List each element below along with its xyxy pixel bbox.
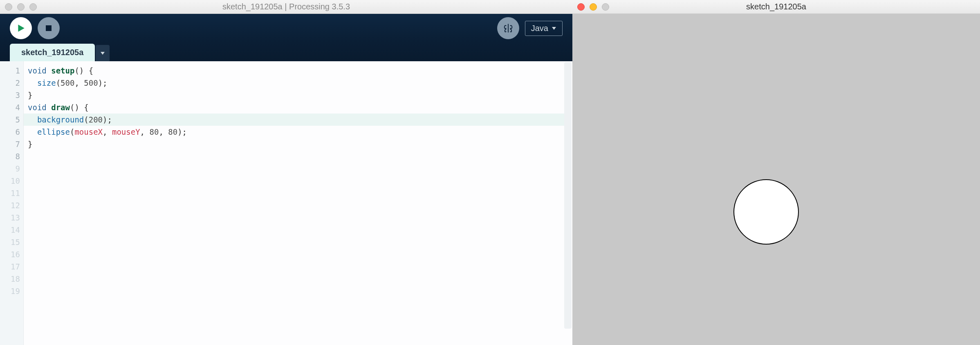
line-number: 12 [0,199,23,211]
run-button[interactable] [10,17,32,39]
stop-button[interactable] [38,17,60,39]
minimize-window-button[interactable] [590,3,597,11]
tab-menu-button[interactable] [96,45,110,61]
code-line: size(500, 500); [24,77,572,89]
sketch-tab[interactable]: sketch_191205a [10,44,95,61]
stop-icon [45,24,53,32]
code-content[interactable]: void setup() { size(500, 500); } void dr… [24,61,572,345]
line-number: 10 [0,175,23,187]
line-number: 14 [0,224,23,236]
line-number: 7 [0,138,23,150]
code-line: void draw() { [24,101,572,114]
sketch-output-window: sketch_191205a [572,0,980,345]
code-line: } [24,138,572,150]
close-window-button[interactable] [5,3,12,11]
code-editor[interactable]: 1 2 3 4 5 6 7 8 9 10 11 12 13 14 15 16 1… [0,61,572,345]
minimize-window-button[interactable] [17,3,25,11]
line-number: 6 [0,126,23,138]
code-line: background(200); [24,114,572,126]
chevron-down-icon [100,51,105,55]
line-number: 9 [0,162,23,175]
line-number: 17 [0,260,23,273]
line-number: 2 [0,77,23,89]
language-mode-label: Java [531,24,548,33]
code-line: void setup() { [24,65,572,77]
code-line: ellipse(mouseX, mouseY, 80, 80); [24,126,572,138]
line-number: 13 [0,211,23,224]
line-number: 18 [0,273,23,285]
drawn-ellipse [733,179,799,245]
line-number: 5 [0,114,23,126]
line-number: 4 [0,101,23,114]
processing-ide-window: sketch_191205a | Processing 3.5.3 Java s… [0,0,572,345]
line-number: 19 [0,285,23,297]
sketch-canvas[interactable] [572,14,980,345]
line-number: 16 [0,248,23,260]
output-window-title: sketch_191205a [572,2,980,11]
svg-marker-3 [101,52,105,55]
code-line: } [24,89,572,101]
tabs-row: sketch_191205a [0,42,572,61]
traffic-lights-ide [5,3,37,11]
svg-marker-2 [552,27,556,30]
ide-window-title: sketch_191205a | Processing 3.5.3 [0,2,572,11]
line-number: 11 [0,187,23,199]
traffic-lights-output [577,3,609,11]
tab-label: sketch_191205a [21,48,83,57]
chevron-down-icon [552,26,556,30]
butterfly-icon [502,22,514,34]
debug-button[interactable] [497,17,519,39]
line-number: 15 [0,236,23,248]
close-window-button[interactable] [577,3,585,11]
play-icon [16,24,25,33]
maximize-window-button[interactable] [602,3,609,11]
editor-scrollbar[interactable] [564,62,572,329]
line-number: 3 [0,89,23,101]
language-mode-select[interactable]: Java [525,21,563,36]
line-number-gutter: 1 2 3 4 5 6 7 8 9 10 11 12 13 14 15 16 1… [0,61,24,345]
ide-toolbar: Java [0,14,572,42]
svg-marker-0 [18,24,24,32]
line-number: 8 [0,150,23,162]
output-titlebar[interactable]: sketch_191205a [572,0,980,14]
svg-rect-1 [46,25,52,31]
line-number: 1 [0,65,23,77]
ide-titlebar[interactable]: sketch_191205a | Processing 3.5.3 [0,0,572,14]
maximize-window-button[interactable] [29,3,37,11]
